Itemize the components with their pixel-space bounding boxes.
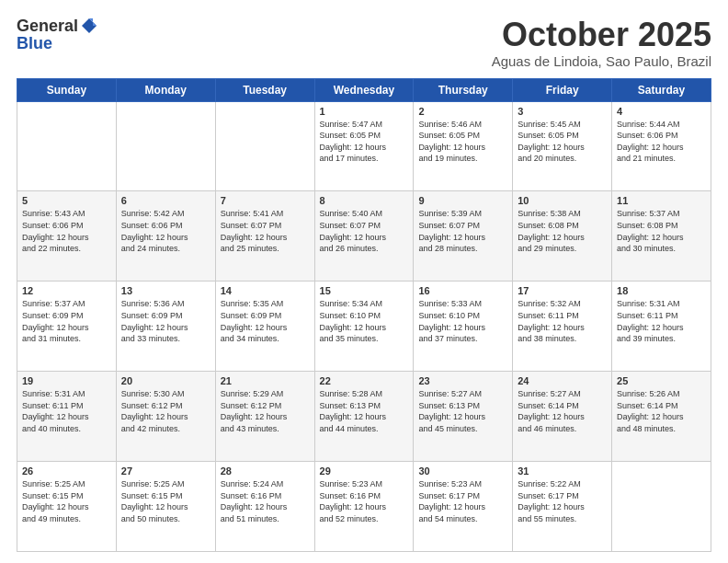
logo-general: General bbox=[17, 17, 78, 36]
day-info: Sunrise: 5:28 AM Sunset: 6:13 PM Dayligh… bbox=[320, 388, 409, 434]
calendar-cell: 25Sunrise: 5:26 AM Sunset: 6:14 PM Dayli… bbox=[612, 372, 711, 462]
weekday-header-thursday: Thursday bbox=[414, 78, 513, 101]
day-info: Sunrise: 5:42 AM Sunset: 6:06 PM Dayligh… bbox=[121, 208, 210, 254]
day-info: Sunrise: 5:37 AM Sunset: 6:09 PM Dayligh… bbox=[22, 298, 111, 344]
day-number: 10 bbox=[518, 195, 607, 206]
day-info: Sunrise: 5:24 AM Sunset: 6:16 PM Dayligh… bbox=[221, 478, 310, 524]
weekday-header-sunday: Sunday bbox=[17, 78, 117, 101]
calendar: SundayMondayTuesdayWednesdayThursdayFrid… bbox=[17, 78, 711, 552]
day-info: Sunrise: 5:43 AM Sunset: 6:06 PM Dayligh… bbox=[22, 208, 111, 254]
calendar-cell: 23Sunrise: 5:27 AM Sunset: 6:13 PM Dayli… bbox=[414, 372, 513, 462]
day-info: Sunrise: 5:27 AM Sunset: 6:13 PM Dayligh… bbox=[418, 388, 507, 434]
day-number: 25 bbox=[617, 375, 706, 386]
day-info: Sunrise: 5:30 AM Sunset: 6:12 PM Dayligh… bbox=[121, 388, 210, 434]
day-info: Sunrise: 5:31 AM Sunset: 6:11 PM Dayligh… bbox=[22, 388, 111, 434]
calendar-cell: 17Sunrise: 5:32 AM Sunset: 6:11 PM Dayli… bbox=[513, 282, 612, 372]
calendar-body: 1Sunrise: 5:47 AM Sunset: 6:05 PM Daylig… bbox=[17, 101, 711, 551]
calendar-cell: 3Sunrise: 5:45 AM Sunset: 6:05 PM Daylig… bbox=[513, 101, 612, 191]
logo-blue: Blue bbox=[17, 34, 98, 53]
day-info: Sunrise: 5:23 AM Sunset: 6:16 PM Dayligh… bbox=[320, 478, 409, 524]
day-number: 27 bbox=[121, 465, 210, 477]
calendar-cell: 12Sunrise: 5:37 AM Sunset: 6:09 PM Dayli… bbox=[17, 282, 117, 372]
day-info: Sunrise: 5:38 AM Sunset: 6:08 PM Dayligh… bbox=[518, 208, 607, 254]
calendar-cell: 5Sunrise: 5:43 AM Sunset: 6:06 PM Daylig… bbox=[17, 191, 117, 282]
day-number: 15 bbox=[320, 285, 409, 296]
day-number: 29 bbox=[320, 465, 409, 477]
day-info: Sunrise: 5:40 AM Sunset: 6:07 PM Dayligh… bbox=[320, 208, 409, 254]
day-info: Sunrise: 5:47 AM Sunset: 6:05 PM Dayligh… bbox=[320, 119, 409, 165]
logo-icon bbox=[80, 17, 98, 35]
calendar-cell: 30Sunrise: 5:23 AM Sunset: 6:17 PM Dayli… bbox=[414, 462, 513, 552]
day-info: Sunrise: 5:32 AM Sunset: 6:11 PM Dayligh… bbox=[518, 298, 607, 344]
day-number: 13 bbox=[121, 285, 210, 296]
day-number: 7 bbox=[221, 195, 310, 206]
calendar-cell: 19Sunrise: 5:31 AM Sunset: 6:11 PM Dayli… bbox=[17, 372, 117, 462]
day-info: Sunrise: 5:41 AM Sunset: 6:07 PM Dayligh… bbox=[221, 208, 310, 254]
day-number: 9 bbox=[418, 195, 507, 206]
day-number: 17 bbox=[518, 285, 607, 296]
day-info: Sunrise: 5:27 AM Sunset: 6:14 PM Dayligh… bbox=[518, 388, 607, 434]
week-row-0: 1Sunrise: 5:47 AM Sunset: 6:05 PM Daylig… bbox=[17, 101, 711, 191]
day-info: Sunrise: 5:45 AM Sunset: 6:05 PM Dayligh… bbox=[518, 119, 607, 165]
calendar-cell: 22Sunrise: 5:28 AM Sunset: 6:13 PM Dayli… bbox=[314, 372, 414, 462]
title-block: October 2025 Aguas de Lindoia, Sao Paulo… bbox=[492, 17, 711, 69]
day-number: 26 bbox=[22, 465, 111, 477]
day-number: 3 bbox=[518, 106, 607, 117]
calendar-cell: 8Sunrise: 5:40 AM Sunset: 6:07 PM Daylig… bbox=[314, 191, 414, 282]
weekday-header-monday: Monday bbox=[116, 78, 215, 101]
week-row-1: 5Sunrise: 5:43 AM Sunset: 6:06 PM Daylig… bbox=[17, 191, 711, 282]
day-number: 28 bbox=[221, 465, 310, 477]
day-number: 11 bbox=[617, 195, 706, 206]
day-number: 1 bbox=[320, 106, 409, 117]
week-row-2: 12Sunrise: 5:37 AM Sunset: 6:09 PM Dayli… bbox=[17, 282, 711, 372]
calendar-cell: 21Sunrise: 5:29 AM Sunset: 6:12 PM Dayli… bbox=[215, 372, 314, 462]
day-number: 31 bbox=[518, 465, 607, 477]
calendar-cell bbox=[612, 462, 711, 552]
day-info: Sunrise: 5:22 AM Sunset: 6:17 PM Dayligh… bbox=[518, 478, 607, 524]
calendar-cell: 24Sunrise: 5:27 AM Sunset: 6:14 PM Dayli… bbox=[513, 372, 612, 462]
title-month: October 2025 bbox=[492, 17, 711, 53]
calendar-cell: 4Sunrise: 5:44 AM Sunset: 6:06 PM Daylig… bbox=[612, 101, 711, 191]
calendar-cell: 31Sunrise: 5:22 AM Sunset: 6:17 PM Dayli… bbox=[513, 462, 612, 552]
calendar-cell: 15Sunrise: 5:34 AM Sunset: 6:10 PM Dayli… bbox=[314, 282, 414, 372]
day-number: 14 bbox=[221, 285, 310, 296]
day-info: Sunrise: 5:44 AM Sunset: 6:06 PM Dayligh… bbox=[617, 119, 706, 165]
day-number: 19 bbox=[22, 375, 111, 386]
day-info: Sunrise: 5:34 AM Sunset: 6:10 PM Dayligh… bbox=[320, 298, 409, 344]
weekday-header-friday: Friday bbox=[513, 78, 612, 101]
weekday-header-row: SundayMondayTuesdayWednesdayThursdayFrid… bbox=[17, 78, 711, 101]
day-info: Sunrise: 5:23 AM Sunset: 6:17 PM Dayligh… bbox=[418, 478, 507, 524]
calendar-cell: 1Sunrise: 5:47 AM Sunset: 6:05 PM Daylig… bbox=[314, 101, 414, 191]
calendar-cell: 10Sunrise: 5:38 AM Sunset: 6:08 PM Dayli… bbox=[513, 191, 612, 282]
calendar-cell: 28Sunrise: 5:24 AM Sunset: 6:16 PM Dayli… bbox=[215, 462, 314, 552]
day-info: Sunrise: 5:31 AM Sunset: 6:11 PM Dayligh… bbox=[617, 298, 706, 344]
calendar-cell: 7Sunrise: 5:41 AM Sunset: 6:07 PM Daylig… bbox=[215, 191, 314, 282]
week-row-4: 26Sunrise: 5:25 AM Sunset: 6:15 PM Dayli… bbox=[17, 462, 711, 552]
day-number: 16 bbox=[418, 285, 507, 296]
calendar-cell: 18Sunrise: 5:31 AM Sunset: 6:11 PM Dayli… bbox=[612, 282, 711, 372]
day-info: Sunrise: 5:36 AM Sunset: 6:09 PM Dayligh… bbox=[121, 298, 210, 344]
calendar-cell: 26Sunrise: 5:25 AM Sunset: 6:15 PM Dayli… bbox=[17, 462, 117, 552]
logo: General Blue bbox=[17, 17, 98, 53]
day-number: 5 bbox=[22, 195, 111, 206]
day-info: Sunrise: 5:29 AM Sunset: 6:12 PM Dayligh… bbox=[221, 388, 310, 434]
day-number: 6 bbox=[121, 195, 210, 206]
day-number: 8 bbox=[320, 195, 409, 206]
calendar-cell bbox=[116, 101, 215, 191]
day-info: Sunrise: 5:33 AM Sunset: 6:10 PM Dayligh… bbox=[418, 298, 507, 344]
calendar-cell: 6Sunrise: 5:42 AM Sunset: 6:06 PM Daylig… bbox=[116, 191, 215, 282]
day-info: Sunrise: 5:26 AM Sunset: 6:14 PM Dayligh… bbox=[617, 388, 706, 434]
calendar-cell: 9Sunrise: 5:39 AM Sunset: 6:07 PM Daylig… bbox=[414, 191, 513, 282]
day-number: 22 bbox=[320, 375, 409, 386]
calendar-cell bbox=[17, 101, 117, 191]
calendar-cell: 20Sunrise: 5:30 AM Sunset: 6:12 PM Dayli… bbox=[116, 372, 215, 462]
day-info: Sunrise: 5:37 AM Sunset: 6:08 PM Dayligh… bbox=[617, 208, 706, 254]
day-number: 24 bbox=[518, 375, 607, 386]
day-info: Sunrise: 5:46 AM Sunset: 6:05 PM Dayligh… bbox=[418, 119, 507, 165]
weekday-header-tuesday: Tuesday bbox=[215, 78, 314, 101]
weekday-header-saturday: Saturday bbox=[612, 78, 711, 101]
title-location: Aguas de Lindoia, Sao Paulo, Brazil bbox=[492, 53, 711, 69]
week-row-3: 19Sunrise: 5:31 AM Sunset: 6:11 PM Dayli… bbox=[17, 372, 711, 462]
calendar-cell: 13Sunrise: 5:36 AM Sunset: 6:09 PM Dayli… bbox=[116, 282, 215, 372]
day-info: Sunrise: 5:35 AM Sunset: 6:09 PM Dayligh… bbox=[221, 298, 310, 344]
